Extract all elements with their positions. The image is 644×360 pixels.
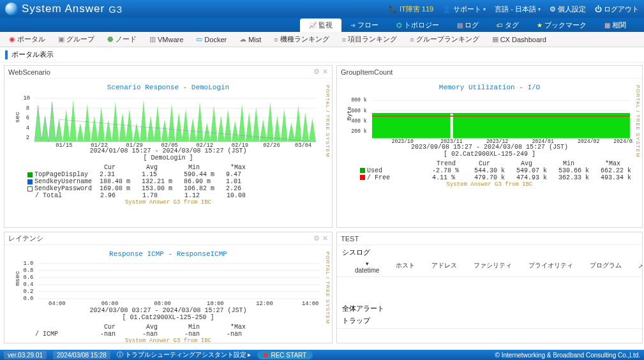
tab-tag[interactable]: 🏷タグ bbox=[488, 19, 528, 32]
svg-text:10: 10 bbox=[23, 95, 30, 101]
sub-model-ranking[interactable]: ≡機種ランキング bbox=[269, 33, 334, 45]
sub-item-ranking[interactable]: ≡項目ランキング bbox=[337, 33, 402, 45]
col-priority[interactable]: プライオリティ bbox=[528, 261, 573, 274]
gear-icon[interactable]: ⚙ bbox=[313, 68, 320, 76]
panel-title: TEST bbox=[341, 235, 359, 243]
col-facility[interactable]: ファシリティ bbox=[474, 261, 512, 274]
page-title: ポータル表示 bbox=[11, 50, 54, 59]
close-icon[interactable]: ✕ bbox=[322, 234, 328, 243]
record-icon bbox=[264, 353, 268, 357]
svg-text:6: 6 bbox=[26, 115, 29, 121]
logout-link[interactable]: ⏻ ログアウト bbox=[595, 4, 639, 14]
product-logo: System Answer G3 bbox=[5, 3, 123, 15]
sub-cx-dashboard[interactable]: ▦CX Dashboard bbox=[487, 34, 551, 45]
col-program[interactable]: プログラム bbox=[590, 261, 622, 274]
svg-text:1.0: 1.0 bbox=[23, 260, 33, 267]
svg-text:12:00: 12:00 bbox=[256, 301, 273, 307]
tab-correlation[interactable]: ▦相関 bbox=[595, 19, 635, 32]
svg-text:06:00: 06:00 bbox=[101, 301, 118, 307]
troubleshoot-link[interactable]: ⓘ トラブルシューティングアシスタント設定 ▸ bbox=[117, 350, 251, 359]
col-address[interactable]: アドレス bbox=[431, 261, 457, 274]
svg-text:03/04: 03/04 bbox=[295, 142, 311, 147]
panel-title: WebScenario bbox=[8, 68, 50, 76]
sub-portal[interactable]: ◉ポータル bbox=[4, 33, 50, 45]
svg-text:14:00: 14:00 bbox=[302, 301, 318, 307]
chart-note: System Answer G3 from IBC bbox=[8, 338, 328, 343]
col-datetime[interactable]: ▼datetime bbox=[355, 261, 379, 274]
stats-table: Cur Avg Min *Max / ICMP -nan -nan -nan -… bbox=[27, 324, 328, 338]
it-alert-link[interactable]: 📞 IT障害 119 bbox=[389, 4, 433, 14]
tab-topology[interactable]: ⌬トポロジー bbox=[387, 19, 448, 32]
chart-note: System Answer G3 from IBC bbox=[8, 199, 328, 206]
overall-alert-heading: 全体アラート bbox=[342, 304, 637, 313]
tab-log[interactable]: ▤ログ bbox=[448, 19, 488, 32]
trap-heading: トラップ bbox=[342, 316, 637, 326]
panel-web-scenario: WebScenario ⚙✕ PORTAL / TREE SYSTEM Scen… bbox=[4, 65, 333, 228]
svg-text:400 k: 400 k bbox=[351, 118, 367, 124]
stats-table: Cur Avg Min *Max TopPageDisplay 2.31 1.1… bbox=[27, 164, 328, 199]
chart-range: 2023/09/08 15:27 - 2024/03/08 15:27 (JST… bbox=[346, 144, 633, 151]
svg-text:2024/01: 2024/01 bbox=[532, 139, 553, 144]
support-menu[interactable]: 👤 サポート ▾ bbox=[442, 4, 486, 14]
col-message[interactable]: メッセージ bbox=[638, 261, 643, 274]
svg-text:2024/03: 2024/03 bbox=[613, 139, 633, 144]
svg-text:0.6: 0.6 bbox=[23, 274, 33, 281]
chart-subject: [ 01.Cat2900XL-125-250 ] bbox=[13, 314, 323, 321]
svg-text:02/19: 02/19 bbox=[232, 142, 248, 147]
side-watermark: PORTAL / TREE SYSTEM bbox=[635, 85, 641, 158]
sub-node[interactable]: ⬣ノード bbox=[102, 33, 142, 45]
latency-chart[interactable]: msec 1.0 0.8 0.6 0.4 0.2 0.0 04:00 06:00… bbox=[13, 258, 323, 307]
svg-text:200 k: 200 k bbox=[351, 128, 367, 134]
chart-subject: [ DemoLogin ] bbox=[13, 154, 323, 161]
sub-group[interactable]: ▣グループ bbox=[53, 33, 100, 45]
panel-test: TEST シスログ ▼datetime ホスト アドレス ファシリティ プライオ… bbox=[336, 232, 643, 343]
page-title-row: ポータル表示 bbox=[0, 47, 644, 63]
close-icon[interactable]: ✕ bbox=[322, 68, 328, 76]
svg-rect-28 bbox=[372, 114, 451, 139]
svg-text:01/15: 01/15 bbox=[56, 142, 72, 147]
svg-text:0.4: 0.4 bbox=[23, 281, 33, 288]
tab-settings[interactable]: ⚙設定 bbox=[635, 19, 644, 32]
chart-range: 2024/03/08 03:27 - 2024/03/08 15:27 (JST… bbox=[13, 307, 323, 314]
app-header: System Answer G3 📞 IT障害 119 👤 サポート ▾ 言語 … bbox=[0, 0, 644, 18]
svg-text:02/05: 02/05 bbox=[161, 142, 177, 147]
svg-text:0.0: 0.0 bbox=[23, 296, 33, 302]
svg-text:2023/12: 2023/12 bbox=[486, 139, 508, 144]
product-suffix: G3 bbox=[109, 4, 123, 15]
sub-docker[interactable]: ▭Docker bbox=[191, 34, 232, 45]
chart-subject: [ 02.Cat2900XL-125-249 ] bbox=[346, 151, 633, 158]
product-name: System Answer bbox=[22, 3, 105, 15]
tab-flow[interactable]: ➜フロー bbox=[341, 19, 387, 32]
memory-chart[interactable]: Byte 800 k 600 k 400 k 200 k 2023/10 202… bbox=[346, 91, 633, 144]
sub-mist[interactable]: ☁Mist bbox=[234, 34, 266, 45]
syslog-columns: ▼datetime ホスト アドレス ファシリティ プライオリティ プログラム … bbox=[355, 261, 637, 274]
svg-text:2024/02: 2024/02 bbox=[578, 139, 599, 144]
svg-text:800 k: 800 k bbox=[351, 97, 367, 103]
tab-monitor[interactable]: 📈監視 bbox=[300, 19, 341, 32]
language-menu[interactable]: 言語 - 日本語 ▾ bbox=[495, 4, 541, 14]
panel-group-item-count: GroupItemCount PORTAL / TREE SYSTEM Memo… bbox=[336, 65, 643, 228]
svg-text:04:00: 04:00 bbox=[49, 301, 65, 307]
svg-text:4: 4 bbox=[26, 125, 29, 131]
sub-vmware[interactable]: ▥VMware bbox=[144, 34, 188, 45]
chart-title: Scenario Response - DemoLogin bbox=[13, 84, 323, 91]
svg-text:08:00: 08:00 bbox=[154, 301, 170, 307]
col-host[interactable]: ホスト bbox=[396, 261, 415, 274]
svg-text:2: 2 bbox=[26, 135, 29, 141]
personal-settings-link[interactable]: ⚙ 個人設定 bbox=[550, 4, 586, 14]
gear-icon[interactable]: ⚙ bbox=[313, 234, 320, 243]
svg-text:8: 8 bbox=[26, 105, 29, 112]
svg-text:2023/10: 2023/10 bbox=[392, 139, 414, 144]
footer-timestamp: 2024/03/08 15:28 bbox=[53, 351, 110, 359]
svg-text:2023/11: 2023/11 bbox=[440, 139, 462, 144]
svg-text:01/22: 01/22 bbox=[91, 142, 107, 147]
svg-text:02/12: 02/12 bbox=[197, 142, 213, 147]
scenario-chart[interactable]: sec 10 8 6 4 2 01/15 01/22 01/29 0 bbox=[13, 91, 323, 147]
tab-bookmark[interactable]: ★ブックマーク bbox=[528, 19, 595, 32]
chart-title: Response ICMP - ResponseICMP bbox=[13, 250, 323, 258]
chart-title: Memory Utilization - I/O bbox=[346, 84, 633, 91]
copyright: © Internetworking & Broadband Consulting… bbox=[495, 352, 641, 359]
rec-start-button[interactable]: REC START bbox=[257, 351, 313, 359]
sub-group-ranking[interactable]: ≡グループランキング bbox=[405, 33, 484, 45]
panel-latency: レイテンシ ⚙✕ PORTAL / TREE SYSTEM Response I… bbox=[4, 232, 333, 343]
